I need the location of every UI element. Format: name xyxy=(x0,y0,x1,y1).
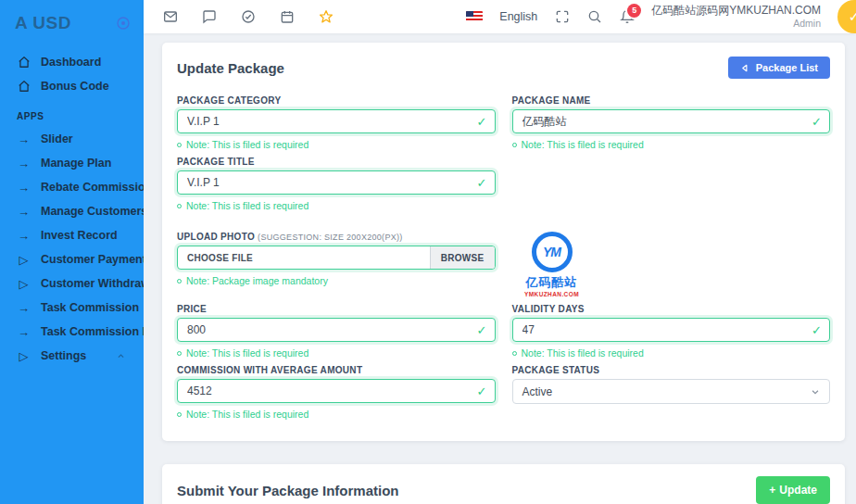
sidebar-item-task-commission-request[interactable]: → Task Commission Reques xyxy=(15,320,144,344)
package-category-input[interactable] xyxy=(177,109,496,133)
language-selector[interactable]: English xyxy=(499,10,537,23)
field-note: Note: This is filed is required xyxy=(512,139,831,150)
browse-button[interactable]: BROWSE xyxy=(430,246,495,269)
sidebar-section-apps: APPS xyxy=(15,98,144,127)
field-package-name: PACKAGE NAME ✓ Note: This is filed is re… xyxy=(512,95,831,150)
field-label: PACKAGE TITLE xyxy=(177,157,496,167)
choose-file-label: CHOOSE FILE xyxy=(178,246,430,269)
sidebar-item-label: Slider xyxy=(41,132,73,145)
field-price: PRICE ✓ Note: This is filed is required xyxy=(177,304,496,359)
check-icon: ✓ xyxy=(849,8,856,25)
mail-icon[interactable] xyxy=(162,9,178,25)
sidebar-item-manage-customers[interactable]: → Manage Customers xyxy=(15,199,144,223)
plus-icon: + xyxy=(769,484,775,497)
sidebar-item-label: Customer Payments xyxy=(41,253,144,266)
sidebar-item-bonus-code[interactable]: Bonus Code xyxy=(15,74,144,98)
sidebar-item-label: Customer Withdraws xyxy=(41,277,144,290)
user-info[interactable]: 亿码酷站源码网YMKUZHAN.COM Admin xyxy=(651,4,821,30)
sidebar: A USD Dashboard Bonus Code APPS → Slider… xyxy=(0,0,144,504)
logo-text-cn: 亿码酷站 xyxy=(523,274,581,291)
avatar[interactable]: ✓ xyxy=(837,0,856,33)
arrow-right-icon: → xyxy=(17,326,31,338)
field-label: PACKAGE NAME xyxy=(512,95,831,106)
sidebar-item-customer-withdraws[interactable]: ▷ Customer Withdraws xyxy=(15,271,144,296)
field-validity-days: VALIDITY DAYS ✓ Note: This is filed is r… xyxy=(512,304,831,359)
home-icon xyxy=(17,80,31,93)
search-icon[interactable] xyxy=(586,9,602,25)
submenu-icon: ▷ xyxy=(17,350,31,362)
top-navbar: English 5 亿码酷站源码网YMKUZHAN.COM Admin ✓ xyxy=(144,0,856,33)
sidebar-item-label: Task Commission xyxy=(41,301,139,314)
submit-title: Submit Your Package Information xyxy=(177,483,399,498)
sidebar-item-label: Manage Plan xyxy=(41,157,111,170)
field-note: Note: Package image mandatory xyxy=(177,275,496,286)
update-package-card: Update Package Package List PACKAGE CATE… xyxy=(162,43,845,441)
logo-monogram: YM xyxy=(543,245,560,259)
sidebar-item-label: Task Commission Reques xyxy=(41,325,144,338)
package-name-input[interactable] xyxy=(512,109,831,133)
sidebar-item-label: Manage Customers xyxy=(41,205,144,218)
note-dot-icon xyxy=(177,351,182,356)
note-dot-icon xyxy=(512,351,517,356)
field-note: Note: This is filed is required xyxy=(177,347,496,359)
sidebar-item-label: Dashboard xyxy=(41,56,101,69)
sidebar-menu: Dashboard Bonus Code APPS → Slider → Man… xyxy=(0,43,144,368)
chat-icon[interactable] xyxy=(201,9,217,25)
price-input[interactable] xyxy=(177,318,496,342)
field-package-status: PACKAGE STATUS Active xyxy=(512,365,831,420)
sidebar-item-slider[interactable]: → Slider xyxy=(15,127,144,151)
empty-cell xyxy=(512,157,831,211)
caret-left-icon xyxy=(740,63,750,73)
submenu-icon: ▷ xyxy=(17,254,31,266)
field-label: PACKAGE CATEGORY xyxy=(177,95,496,106)
field-note: Note: This is filed is required xyxy=(512,347,831,359)
sidebar-item-invest-record[interactable]: → Invest Record xyxy=(15,223,144,247)
field-label: PACKAGE STATUS xyxy=(512,365,831,375)
upload-photo-input[interactable]: CHOOSE FILE BROWSE xyxy=(177,246,496,270)
check-circle-icon[interactable] xyxy=(240,9,256,25)
chevron-down-icon xyxy=(811,387,820,397)
submit-card: Submit Your Package Information + Update xyxy=(162,464,845,504)
field-hint: (SUGGESTION: SIZE 200X200(PX)) xyxy=(258,233,403,242)
sidebar-item-dashboard[interactable]: Dashboard xyxy=(15,50,144,74)
note-dot-icon xyxy=(177,143,182,147)
package-title-input[interactable] xyxy=(177,170,496,195)
logo-text-domain: YMKUZHAN.COM xyxy=(523,291,581,297)
note-dot-icon xyxy=(177,204,182,208)
field-label: UPLOAD PHOTO (SUGGESTION: SIZE 200X200(P… xyxy=(177,232,496,242)
commission-input[interactable] xyxy=(177,379,496,403)
update-button[interactable]: + Update xyxy=(756,476,830,504)
package-list-label: Package List xyxy=(756,62,818,73)
note-dot-icon xyxy=(177,279,182,284)
notification-badge: 5 xyxy=(627,4,641,18)
sidebar-toggle-icon[interactable] xyxy=(116,16,131,31)
field-commission: COMMISSION WITH AVERAGE AMOUNT ✓ Note: T… xyxy=(177,365,496,420)
main-area: English 5 亿码酷站源码网YMKUZHAN.COM Admin ✓ Up… xyxy=(144,0,856,504)
package-status-select[interactable]: Active xyxy=(512,379,831,404)
arrow-right-icon: → xyxy=(17,133,31,145)
sidebar-item-customer-payments[interactable]: ▷ Customer Payments xyxy=(15,247,144,271)
validity-days-input[interactable] xyxy=(512,318,831,342)
sidebar-item-settings[interactable]: ▷ Settings xyxy=(15,344,144,368)
page-title: Update Package xyxy=(177,60,284,76)
sidebar-item-label: Invest Record xyxy=(41,229,118,242)
notifications-bell[interactable]: 5 xyxy=(619,9,635,25)
package-list-button[interactable]: Package List xyxy=(728,57,830,79)
star-icon[interactable] xyxy=(318,9,334,25)
field-label: PRICE xyxy=(177,304,496,314)
arrow-right-icon: → xyxy=(17,230,31,242)
sidebar-item-task-commission[interactable]: → Task Commission xyxy=(15,296,144,320)
field-label: COMMISSION WITH AVERAGE AMOUNT xyxy=(177,365,496,375)
fullscreen-icon[interactable] xyxy=(554,9,570,25)
chevron-up-icon xyxy=(117,352,125,360)
site-name: 亿码酷站源码网YMKUZHAN.COM xyxy=(651,4,821,18)
note-dot-icon xyxy=(177,412,182,417)
sidebar-item-manage-plan[interactable]: → Manage Plan xyxy=(15,151,144,175)
sidebar-item-label: Settings xyxy=(41,349,86,362)
calendar-icon[interactable] xyxy=(279,9,295,25)
us-flag-icon[interactable] xyxy=(466,11,483,22)
user-role: Admin xyxy=(651,18,821,30)
sidebar-item-label: Rebate Commission xyxy=(41,181,144,194)
sidebar-item-label: Bonus Code xyxy=(41,80,109,93)
sidebar-item-rebate-commission[interactable]: → Rebate Commission xyxy=(15,175,144,199)
